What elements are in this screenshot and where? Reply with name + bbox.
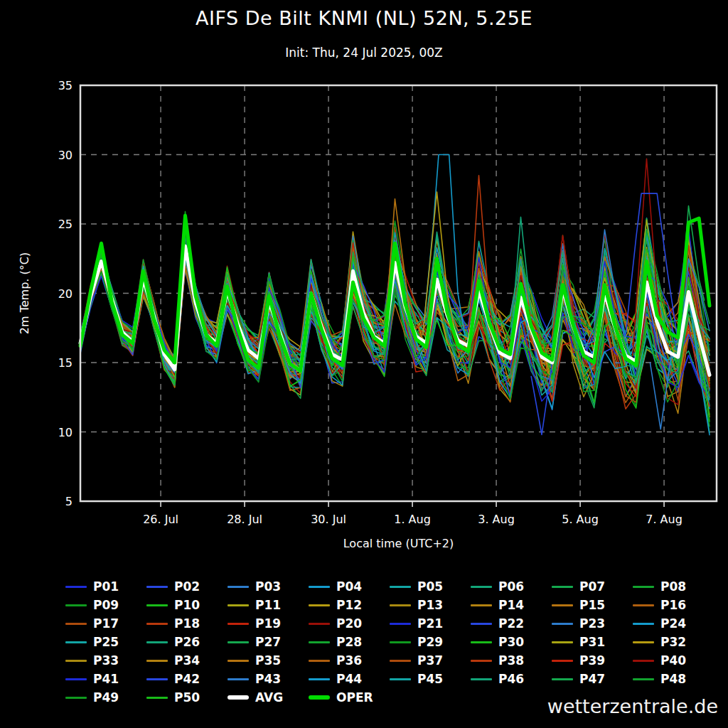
legend-label-p35: P35	[255, 653, 281, 668]
legend-label-p29: P29	[417, 635, 443, 649]
legend-label-p09: P09	[93, 598, 119, 612]
temperature-ensemble-plot: 26. Jul28. Jul30. Jul1. Aug3. Aug5. Aug7…	[0, 0, 728, 563]
y-tick-label: 20	[58, 287, 73, 301]
legend-label-p48: P48	[660, 672, 686, 686]
legend-label-p47: P47	[579, 672, 605, 686]
legend-entry-p34: P34	[146, 651, 228, 670]
legend-swatch-p44	[309, 678, 330, 680]
legend-swatch-p14	[471, 604, 492, 606]
legend-entry-p29: P29	[390, 633, 471, 651]
legend-entry-p40: P40	[633, 651, 714, 670]
legend-label-p21: P21	[417, 616, 443, 631]
legend-swatch-p50	[146, 697, 168, 699]
legend-label-p02: P02	[174, 579, 200, 594]
legend-entry-p07: P07	[552, 577, 633, 596]
legend-swatch-p38	[471, 660, 492, 662]
legend-swatch-p02	[146, 586, 168, 588]
legend-entry-p10: P10	[146, 596, 228, 614]
legend-label-p37: P37	[417, 653, 443, 668]
legend-entry-p27: P27	[228, 633, 309, 651]
legend-entry-p16: P16	[633, 596, 714, 614]
legend-entry-p41: P41	[65, 670, 146, 688]
legend-swatch-p31	[552, 641, 573, 643]
legend-entry-p42: P42	[146, 670, 228, 688]
legend-swatch-p21	[390, 623, 411, 625]
x-tick-label: 7. Aug	[646, 513, 682, 526]
legend-entry-p23: P23	[552, 614, 633, 633]
legend-swatch-p15	[552, 604, 573, 606]
legend-entry-p46: P46	[471, 670, 552, 688]
legend-swatch-p27	[228, 641, 249, 643]
x-tick-label: 1. Aug	[394, 513, 431, 526]
legend-entry-p03: P03	[228, 577, 309, 596]
legend-swatch-p32	[633, 641, 654, 643]
legend-entry-p48: P48	[633, 670, 714, 688]
legend-swatch-p12	[309, 604, 330, 606]
legend-label-p46: P46	[498, 672, 524, 686]
legend-swatch-p29	[390, 641, 411, 643]
legend-label-p03: P03	[255, 579, 281, 594]
legend-label-p25: P25	[93, 635, 119, 649]
legend-swatch-p25	[65, 641, 87, 643]
legend: P01P02P03P04P05P06P07P08P09P10P11P12P13P…	[65, 577, 714, 707]
legend-swatch-p34	[146, 660, 168, 662]
legend-entry-p11: P11	[228, 596, 309, 614]
legend-entry-p08: P08	[633, 577, 714, 596]
legend-label-avg: AVG	[255, 690, 283, 705]
legend-swatch-p19	[228, 623, 249, 625]
y-tick-label: 15	[58, 356, 73, 370]
legend-swatch-p26	[146, 641, 168, 643]
legend-label-p15: P15	[579, 598, 605, 612]
legend-entry-p04: P04	[309, 577, 390, 596]
legend-entry-avg: AVG	[228, 688, 309, 707]
legend-swatch-p23	[552, 623, 573, 625]
legend-entry-p37: P37	[390, 651, 471, 670]
legend-swatch-avg	[228, 695, 249, 700]
legend-label-p23: P23	[579, 616, 605, 631]
legend-swatch-p06	[471, 586, 492, 588]
legend-swatch-p01	[65, 586, 87, 588]
x-tick-label: 3. Aug	[478, 513, 515, 526]
legend-swatch-p10	[146, 604, 168, 606]
legend-swatch-p05	[390, 586, 411, 588]
legend-label-p31: P31	[579, 635, 605, 649]
legend-label-p17: P17	[93, 616, 119, 631]
legend-entry-oper: OPER	[309, 688, 390, 707]
legend-entry-p24: P24	[633, 614, 714, 633]
legend-entry-p01: P01	[65, 577, 146, 596]
legend-label-p14: P14	[498, 598, 524, 612]
legend-entry-p19: P19	[228, 614, 309, 633]
legend-label-p28: P28	[336, 635, 362, 649]
legend-entry-p32: P32	[633, 633, 714, 651]
legend-entry-p05: P05	[390, 577, 471, 596]
legend-entry-p20: P20	[309, 614, 390, 633]
legend-label-p40: P40	[660, 653, 686, 668]
legend-label-p42: P42	[174, 672, 200, 686]
x-tick-label: 28. Jul	[227, 513, 262, 526]
legend-label-p22: P22	[498, 616, 524, 631]
legend-swatch-p08	[633, 586, 654, 588]
legend-entry-p09: P09	[65, 596, 146, 614]
legend-swatch-p36	[309, 660, 330, 662]
watermark: wetterzentrale.de	[547, 695, 718, 717]
legend-label-p24: P24	[660, 616, 686, 631]
legend-swatch-p18	[146, 623, 168, 625]
legend-label-p39: P39	[579, 653, 605, 668]
legend-entry-p13: P13	[390, 596, 471, 614]
legend-label-p44: P44	[336, 672, 362, 686]
legend-entry-p18: P18	[146, 614, 228, 633]
legend-entry-p25: P25	[65, 633, 146, 651]
legend-label-p30: P30	[498, 635, 524, 649]
legend-entry-p45: P45	[390, 670, 471, 688]
legend-swatch-p49	[65, 697, 87, 699]
legend-label-p49: P49	[93, 690, 119, 705]
legend-swatch-p43	[228, 678, 249, 680]
legend-entry-p43: P43	[228, 670, 309, 688]
legend-entry-p22: P22	[471, 614, 552, 633]
legend-label-p45: P45	[417, 672, 443, 686]
legend-swatch-p03	[228, 586, 249, 588]
legend-label-p43: P43	[255, 672, 281, 686]
legend-swatch-p04	[309, 586, 330, 588]
y-axis-title: 2m Temp. (°C)	[18, 252, 31, 334]
legend-label-p07: P07	[579, 579, 605, 594]
